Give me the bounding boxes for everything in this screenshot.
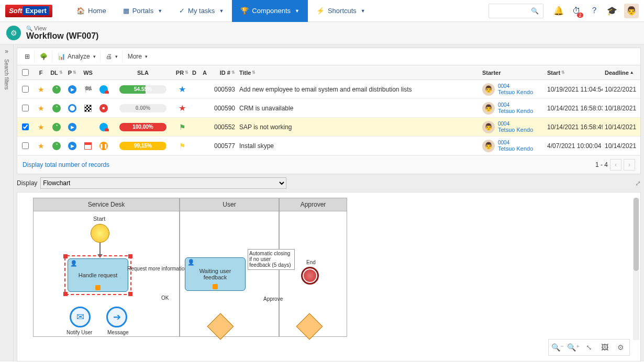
col-f[interactable]: F [33, 70, 49, 76]
nav-portals[interactable]: ▦Portals▼ [115, 0, 171, 22]
favorite-icon[interactable]: ★ [38, 123, 45, 131]
nav-components[interactable]: 🏆Components▼ [232, 0, 308, 22]
priority-flag-icon: ⚑ [179, 142, 186, 150]
nav-shortcuts[interactable]: ⚡Shortcuts▼ [308, 0, 374, 22]
col-pr[interactable]: PR⇅ [174, 70, 190, 76]
cell-start: 10/14/2021 16:58:49 [545, 123, 603, 131]
gateway-2[interactable] [300, 317, 319, 336]
settings-button[interactable]: ⚙ [614, 342, 627, 353]
user-avatar[interactable]: 👨 [624, 4, 639, 18]
total-records-link[interactable]: Display total number of records [23, 161, 109, 168]
table-row[interactable]: ★˄▶100,00%⚑000552SAP is not working👨0004… [17, 118, 640, 137]
starter-cell[interactable]: 👨0004Tetsuo Kendo [482, 140, 533, 152]
col-ws[interactable]: WS [80, 70, 96, 76]
caret-down-icon: ▼ [295, 8, 299, 14]
globe-icon [99, 123, 108, 131]
graduation-icon[interactable]: 🎓 [603, 2, 621, 20]
table-row[interactable]: ★˄▶🏁54.55%★000593Add new employee to ema… [17, 80, 640, 99]
search-icon: 🔍 [26, 26, 32, 31]
flowchart-scrollbar[interactable] [633, 198, 639, 340]
col-id[interactable]: ID #⇅ [211, 70, 237, 76]
col-title[interactable]: Title⇅ [237, 70, 480, 76]
col-p[interactable]: P⇅ [64, 70, 80, 76]
display-select[interactable]: Flowchart [40, 177, 286, 189]
starter-cell[interactable]: 👨0004Tetsuo Kendo [482, 102, 533, 115]
analyze-button[interactable]: 📊Analyze▾ [53, 51, 101, 62]
favorite-icon[interactable]: ★ [38, 142, 45, 150]
flag-icon: 🏁 [84, 86, 92, 93]
handle-request-node[interactable]: 👤 Handle request [64, 255, 131, 295]
row-checkbox[interactable] [22, 86, 29, 93]
col-d[interactable]: D [190, 70, 201, 76]
cell-id: 000590 [211, 105, 237, 112]
chart-icon: 📊 [58, 53, 65, 60]
portals-icon: ▦ [123, 7, 129, 15]
zoom-out-button[interactable]: 🔍⁻ [551, 342, 564, 353]
starter-avatar: 👨 [482, 83, 495, 96]
calendar-icon [84, 142, 92, 150]
nav-mytasks[interactable]: ✓My tasks▼ [171, 0, 232, 22]
col-sla[interactable]: SLA [112, 70, 174, 76]
check-icon: ✓ [179, 7, 185, 15]
help-icon[interactable]: ？ [585, 2, 603, 20]
col-a[interactable]: A [201, 70, 211, 76]
hierarchy-button[interactable]: 🌳 [36, 51, 52, 62]
row-checkbox[interactable] [22, 123, 29, 130]
layout-button[interactable]: ⊞ [20, 51, 35, 62]
end-node[interactable] [301, 267, 319, 285]
lane-header-user: User [180, 198, 279, 211]
more-button[interactable]: More▾ [124, 51, 152, 62]
cell-deadline: 10/14/2021 [603, 123, 640, 131]
starter-cell[interactable]: 👨0004Tetsuo Kendo [482, 121, 533, 133]
arrow [99, 243, 101, 255]
image-button[interactable]: 🖼 [598, 342, 612, 353]
col-start[interactable]: Start⇅ [545, 70, 603, 76]
select-all-checkbox[interactable] [22, 69, 29, 76]
start-node[interactable] [91, 224, 109, 243]
nav-home[interactable]: 🏠Home [68, 0, 115, 22]
col-starter[interactable]: Starter [480, 70, 545, 76]
favorite-icon[interactable]: ★ [38, 85, 45, 94]
flowchart-panel: Service Desk User Approver Start 👤 Handl… [17, 192, 641, 361]
table-row[interactable]: ★˄▶❚❚99,15%⚑000577Install skype👨0004Tets… [17, 137, 640, 155]
start-label: Start [93, 216, 105, 222]
search-input[interactable]: 🔍 [488, 4, 543, 18]
priority-star-icon: ★ [179, 103, 186, 113]
col-dl[interactable]: DL⇅ [49, 70, 64, 76]
record-icon: ■ [99, 104, 108, 112]
play-icon: ▶ [68, 142, 76, 150]
message-node[interactable]: ➔ [106, 307, 127, 327]
waiting-feedback-node[interactable]: 👤 Waiting user feedback [185, 257, 246, 291]
zoom-in-button[interactable]: 🔍⁺ [567, 342, 580, 353]
status-up-icon: ˄ [52, 104, 61, 112]
table-row[interactable]: ★˄■0.00%★000590CRM is unavailable👨0004Te… [17, 99, 640, 118]
grid-footer: Display total number of records 1 - 4 ‹ … [17, 155, 640, 174]
page-header: ⚙ 🔍 View Workflow (WF007) [0, 22, 644, 44]
expand-icon[interactable]: ⤢ [635, 179, 641, 187]
cell-id: 000593 [211, 86, 237, 93]
search-icon: 🔍 [531, 7, 539, 15]
col-deadline[interactable]: Deadline▲ [603, 70, 640, 76]
print-button[interactable]: 🖨▾ [102, 51, 123, 62]
flowchart-tools: 🔍⁻ 🔍⁺ ⤡ 🖼 ⚙ [548, 339, 630, 356]
help-timer-icon[interactable]: ⏱2 [568, 2, 585, 20]
caret-down-icon: ▼ [361, 8, 365, 14]
display-label: Display [17, 179, 37, 187]
row-checkbox[interactable] [22, 142, 29, 149]
globe-icon [99, 85, 108, 94]
auto-closing-note: Automatic closing if no user feedback (5… [248, 249, 295, 270]
cell-id: 000552 [211, 123, 237, 131]
print-icon: 🖨 [106, 53, 112, 60]
doc-icon [213, 284, 218, 289]
next-page-button[interactable]: › [624, 159, 635, 171]
row-checkbox[interactable] [22, 105, 29, 111]
search-filters-panel[interactable]: » Search filters [0, 44, 14, 361]
starter-cell[interactable]: 👨0004Tetsuo Kendo [482, 83, 533, 96]
page-title: Workflow (WF007) [26, 31, 98, 41]
prev-page-button[interactable]: ‹ [610, 159, 621, 171]
notify-user-node[interactable]: ✉ [70, 307, 91, 327]
bell-icon[interactable]: 🔔 [550, 2, 568, 20]
gateway-1[interactable] [211, 317, 230, 336]
fit-button[interactable]: ⤡ [582, 342, 596, 353]
favorite-icon[interactable]: ★ [38, 104, 45, 112]
